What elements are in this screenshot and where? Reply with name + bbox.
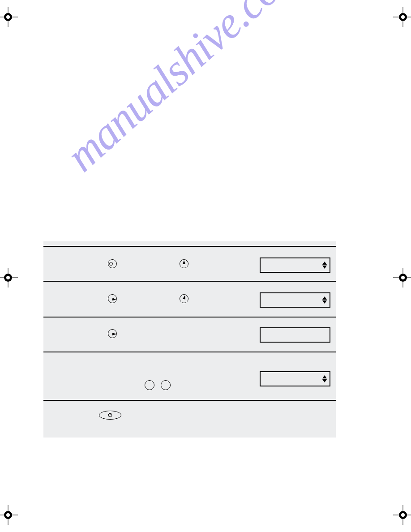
crop-line: [0, 2, 24, 2]
up-down-arrows-icon: [322, 296, 327, 304]
start-button-icon: [99, 411, 121, 420]
step-row-4: [43, 352, 336, 401]
crop-line: [387, 530, 411, 530]
step-row-1: [43, 246, 336, 282]
display-box: [260, 371, 330, 386]
step-row-3: [43, 317, 336, 352]
registration-mark-icon: [0, 269, 17, 287]
display-box: [260, 257, 330, 273]
registration-mark-icon: [0, 506, 17, 524]
display-box: [260, 327, 330, 343]
instruction-panel: [43, 241, 336, 438]
registration-mark-icon: [394, 269, 411, 287]
crop-line: [0, 530, 24, 530]
step-row-2: [43, 282, 336, 317]
step-row-5: [43, 401, 336, 429]
circle-icon: [161, 380, 171, 390]
circle-icon: [145, 380, 154, 390]
knob-pointer-up-icon: [180, 259, 188, 268]
registration-mark-icon: [0, 8, 17, 26]
crop-line: [387, 2, 411, 2]
registration-mark-icon: [394, 506, 411, 524]
knob-off-icon: [108, 259, 117, 268]
watermark-text: manualshive.com: [56, 0, 313, 181]
up-down-arrows-icon: [322, 375, 327, 382]
registration-mark-icon: [394, 8, 411, 26]
knob-pointer-1-icon: [180, 294, 188, 303]
knob-pointer-right-icon: [108, 329, 117, 338]
knob-pointer-right-icon: [108, 294, 117, 303]
display-box: [260, 292, 330, 308]
up-down-arrows-icon: [322, 262, 327, 269]
